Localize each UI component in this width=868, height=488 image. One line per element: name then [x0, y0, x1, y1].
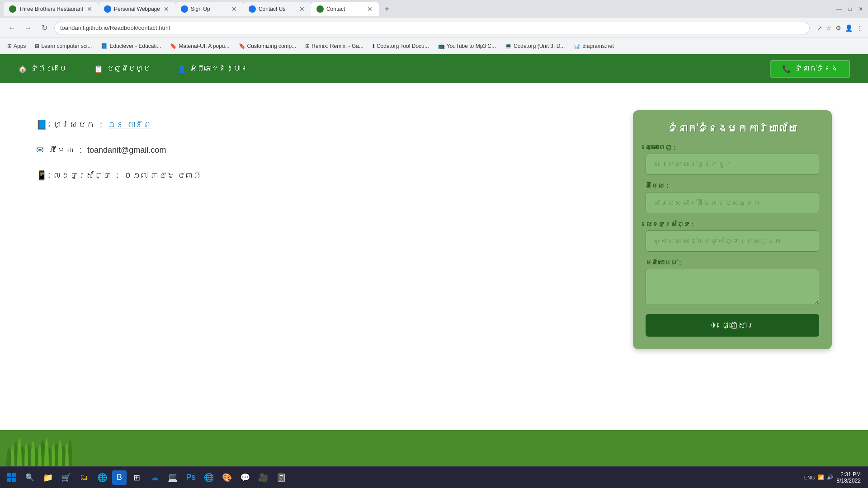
taskbar-edge[interactable]: 🌐 [94, 469, 110, 486]
taskbar-teams[interactable]: 💬 [237, 469, 253, 486]
bookmark-3[interactable]: 🔖 Material-UI: A popu... [166, 41, 233, 51]
message-textarea[interactable] [646, 269, 819, 305]
facebook-row: 📘 ហ្វេសបុក : ១ន តានីត [36, 119, 633, 130]
share-icon[interactable]: ↗ [817, 24, 822, 32]
taskbar-grid[interactable]: ⊞ [128, 469, 145, 486]
close-window-button[interactable]: ✕ [857, 5, 864, 13]
tab-contact-us[interactable]: Contact Us ✕ [243, 2, 311, 16]
phone-field: លេខទូរស័ព្ទ : [646, 221, 819, 252]
back-button[interactable]: ← [5, 22, 18, 34]
taskbar-chrome[interactable]: 🌐 [201, 469, 217, 486]
phone-label: លេខទូរស័ព្ទ [53, 171, 111, 180]
taskbar-vs[interactable]: 💻 [165, 469, 181, 486]
refresh-button[interactable]: ↻ [38, 22, 51, 34]
contact-info-section: 📘 ហ្វេសបុក : ១ន តានីត ✉ អ៊ីមែល : toandan… [36, 110, 633, 195]
tab-close-3[interactable]: ✕ [231, 5, 238, 14]
email-icon: ✉ [36, 145, 44, 155]
nav-home-label: ទំព័រដើម [31, 65, 67, 73]
taskbar-figma[interactable]: 🎨 [219, 469, 235, 486]
menu-icon: 📋 [94, 65, 103, 73]
message-label: មតិយោបល់ : [646, 259, 819, 266]
bookmark-label-6: Code.org Tool Docu... [377, 43, 429, 49]
phone-field-label: លេខទូរស័ព្ទ : [646, 221, 819, 228]
extensions-icon[interactable]: ⚙ [835, 24, 841, 32]
maximize-button[interactable]: □ [846, 5, 854, 13]
taskbar-notes[interactable]: 📓 [273, 469, 289, 486]
tab-favicon-5 [316, 5, 324, 13]
tab-close-5[interactable]: ✕ [366, 5, 373, 14]
volume-icon: 🔊 [827, 474, 833, 480]
bookmark-label-3: Material-UI: A popu... [179, 43, 229, 49]
bookmark-icon-4: 🔖 [239, 43, 245, 49]
bookmark-icon-7: 📺 [438, 43, 445, 49]
tab-favicon-3 [181, 5, 188, 13]
taskbar-amazon[interactable]: 🛒 [58, 469, 74, 486]
nav-menu-label: បញ្ជីម្ហូប [107, 65, 150, 73]
bookmark-label-5: Remix: Remix: - Ga... [311, 43, 363, 49]
bookmark-4[interactable]: 🔖 Customizing comp... [235, 41, 300, 51]
taskbar-search[interactable]: 🔍 [22, 469, 38, 486]
bookmark-1[interactable]: ⊞ Learn computer sci... [31, 41, 95, 51]
title-bar: Three Brothers Restaurant ✕ Personal Web… [0, 0, 868, 18]
start-button[interactable] [4, 469, 20, 486]
apps-icon: ⊞ [7, 43, 12, 49]
tab-close-4[interactable]: ✕ [298, 5, 306, 14]
bookmark-2[interactable]: 📘 Educlever - Educati... [97, 41, 165, 51]
tab-personal[interactable]: Personal Webpage ✕ [99, 2, 175, 16]
bookmark-9[interactable]: 📊 diagrams.net [570, 41, 617, 51]
tab-favicon-4 [249, 5, 256, 13]
nav-menu[interactable]: 📋 បញ្ជីម្ហូប [94, 65, 150, 73]
home-icon: 🏠 [18, 65, 27, 73]
submit-icon: ✈ [710, 320, 717, 330]
nav-about[interactable]: 👤 អំពីភោជនីដ្ឋាន [177, 65, 248, 73]
lang-indicator: ENG [804, 475, 815, 480]
more-icon[interactable]: ⋮ [856, 24, 863, 32]
clock-date: 8/18/2022 [837, 478, 861, 484]
bookmark-star-icon[interactable]: ☆ [826, 24, 832, 32]
bookmark-6[interactable]: ℹ Code.org Tool Docu... [369, 41, 433, 51]
tab-close-1[interactable]: ✕ [86, 5, 93, 14]
contact-phone-icon: 📞 [782, 65, 791, 73]
taskbar-zoom[interactable]: 🎥 [255, 469, 271, 486]
bookmark-label-8: Code.org (Unit 3: D... [514, 43, 565, 49]
bookmark-icon-2: 📘 [101, 43, 108, 49]
new-tab-button[interactable]: + [381, 3, 393, 15]
profile-icon[interactable]: 👤 [845, 24, 853, 32]
nav-contact-cta[interactable]: 📞 ទំនាក់ទំនង [770, 60, 850, 78]
minimize-button[interactable]: — [835, 5, 843, 13]
grass-decoration [0, 430, 868, 466]
tab-label-3: Sign Up [191, 6, 228, 12]
phone-input[interactable] [646, 230, 819, 252]
bookmark-icon-5: ⊞ [305, 43, 310, 49]
tab-label-5: Contact [326, 6, 363, 12]
tab-close-2[interactable]: ✕ [163, 5, 170, 14]
bookmark-8[interactable]: 💻 Code.org (Unit 3: D... [501, 41, 568, 51]
taskbar-file-explorer[interactable]: 📁 [40, 469, 56, 486]
url-input[interactable]: toandanit.github.io/Readbook/contact.htm… [54, 22, 810, 34]
taskbar-cloud[interactable]: ☁ [146, 469, 163, 486]
tab-three-brothers[interactable]: Three Brothers Restaurant ✕ [4, 2, 99, 16]
bookmark-5[interactable]: ⊞ Remix: Remix: - Ga... [302, 41, 367, 51]
nav-about-label: អំពីភោជនីដ្ឋាន [190, 65, 248, 73]
svg-rect-20 [7, 473, 11, 477]
bookmark-7[interactable]: 📺 YouTube to Mp3 C... [434, 41, 500, 51]
bookmark-icon-3: 🔖 [170, 43, 177, 49]
name-input[interactable] [646, 154, 819, 175]
tab-label-2: Personal Webpage [114, 6, 160, 12]
taskbar-b-icon[interactable]: B [112, 470, 127, 485]
taskbar-ps[interactable]: Ps [183, 469, 199, 486]
tab-signup[interactable]: Sign Up ✕ [175, 2, 243, 16]
email-value: toandanit@gmail.com [87, 145, 166, 155]
bookmark-apps[interactable]: ⊞ Apps [4, 41, 29, 51]
taskbar-system-tray: ENG 📶 🔊 2:31 PM 8/18/2022 [804, 471, 864, 484]
svg-rect-0 [0, 430, 868, 466]
forward-button[interactable]: → [22, 22, 34, 34]
taskbar-folder[interactable]: 🗂 [76, 469, 92, 486]
facebook-icon: 📘 [36, 119, 47, 130]
bookmark-icon-1: ⊞ [35, 43, 39, 49]
submit-button[interactable]: ✈ ផ្ញើសារ [646, 314, 819, 337]
tab-contact-active[interactable]: Contact ✕ [311, 2, 379, 16]
facebook-link[interactable]: ១ន តានីត [108, 120, 151, 130]
email-input[interactable] [646, 192, 819, 213]
nav-home[interactable]: 🏠 ទំព័រដើម [18, 65, 67, 73]
